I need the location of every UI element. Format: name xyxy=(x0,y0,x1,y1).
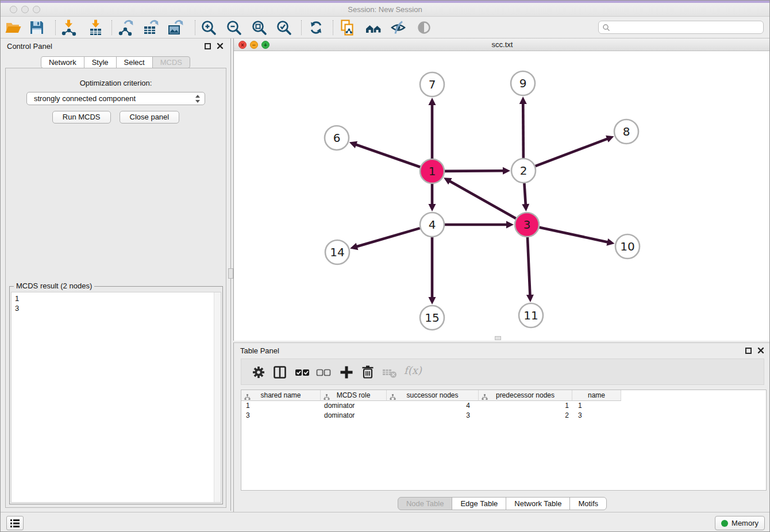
column-header-MCDS-role[interactable]: MCDS role xyxy=(321,390,387,401)
graph-edge-4-14[interactable] xyxy=(350,228,420,250)
tab-mcds[interactable]: MCDS xyxy=(152,56,190,68)
graph-edge-1-6[interactable] xyxy=(349,141,421,167)
select-all-icon[interactable] xyxy=(294,364,311,381)
close-window-button[interactable] xyxy=(10,6,17,13)
deselect-all-icon[interactable] xyxy=(315,364,332,381)
network-minimize-button[interactable]: − xyxy=(250,41,258,49)
import-table-icon[interactable] xyxy=(87,19,104,36)
table-cell[interactable]: 3 xyxy=(241,411,321,421)
titlebar: Session: New Session xyxy=(1,3,769,17)
float-panel-icon[interactable] xyxy=(205,43,211,49)
table-cell[interactable]: 4 xyxy=(387,401,479,411)
table-row[interactable]: 1dominator411 xyxy=(241,401,766,411)
table-row[interactable]: 3dominator323 xyxy=(241,411,766,421)
horizontal-splitter-handle[interactable] xyxy=(495,336,501,340)
table-cell[interactable]: dominator xyxy=(321,411,387,421)
export-image-icon[interactable] xyxy=(167,19,184,36)
criterion-dropdown[interactable]: strongly connected component xyxy=(26,92,205,105)
svg-text:1: 1 xyxy=(429,164,436,178)
search-box[interactable] xyxy=(598,21,764,34)
graph-node-7[interactable]: 7 xyxy=(420,72,444,97)
column-header-name[interactable]: name xyxy=(572,390,621,401)
task-history-button[interactable] xyxy=(6,516,24,530)
tab-style[interactable]: Style xyxy=(84,56,117,68)
graph-node-6[interactable]: 6 xyxy=(325,126,349,150)
graph-edge-3-1[interactable] xyxy=(444,178,516,218)
tab-node-table[interactable]: Node Table xyxy=(398,497,453,510)
memory-button[interactable]: Memory xyxy=(715,516,765,530)
table-cell[interactable]: 1 xyxy=(479,401,572,411)
zoom-selected-icon[interactable] xyxy=(275,19,292,36)
graph-node-15[interactable]: 15 xyxy=(420,306,444,330)
refresh-icon[interactable] xyxy=(307,19,325,36)
graph-edge-2-9[interactable] xyxy=(519,97,527,158)
status-bar: Memory xyxy=(1,512,769,532)
run-mcds-button[interactable]: Run MCDS xyxy=(52,111,111,124)
table-cell[interactable]: 2 xyxy=(479,411,572,421)
tab-network-table[interactable]: Network Table xyxy=(506,497,570,510)
import-network-icon[interactable] xyxy=(60,19,77,36)
delete-entry-icon[interactable] xyxy=(359,364,376,381)
table-cell[interactable]: 3 xyxy=(387,411,479,421)
graph-node-10[interactable]: 10 xyxy=(615,234,640,259)
graph-node-14[interactable]: 14 xyxy=(325,240,349,264)
zoom-in-icon[interactable] xyxy=(200,19,217,36)
zoom-fit-icon[interactable] xyxy=(251,19,268,36)
save-session-icon[interactable] xyxy=(28,19,45,36)
export-network-icon[interactable] xyxy=(117,19,134,36)
optimization-criterion-label: Optimization criterion: xyxy=(6,79,226,87)
hide-selected-icon[interactable] xyxy=(390,19,407,36)
graph-node-1[interactable]: 1 xyxy=(420,159,444,183)
add-entry-icon[interactable] xyxy=(338,364,355,381)
network-canvas[interactable]: 7968124314101511 xyxy=(234,51,770,341)
close-panel-icon[interactable] xyxy=(757,347,764,354)
network-window-titlebar[interactable]: × − + scc.txt xyxy=(234,38,770,51)
graph-edge-1-7[interactable] xyxy=(429,98,436,159)
tab-motifs[interactable]: Motifs xyxy=(569,497,607,510)
tab-select[interactable]: Select xyxy=(116,56,153,68)
graph-edge-3-10[interactable] xyxy=(539,228,614,246)
export-table-icon[interactable] xyxy=(143,19,160,36)
table-cell[interactable]: 1 xyxy=(572,401,621,411)
graph-edge-2-8[interactable] xyxy=(536,136,614,166)
graph-node-3[interactable]: 3 xyxy=(515,213,539,237)
graph-edge-4-3[interactable] xyxy=(445,221,514,229)
graph-edge-4-15[interactable] xyxy=(429,237,436,304)
zoom-out-icon[interactable] xyxy=(225,19,242,36)
network-maximize-button[interactable]: + xyxy=(261,41,270,49)
graph-node-11[interactable]: 11 xyxy=(519,303,543,327)
graph-edge-1-4[interactable] xyxy=(429,184,436,211)
mcds-result-area[interactable]: 1 3 xyxy=(11,292,221,503)
close-panel-button[interactable]: Close panel xyxy=(120,111,180,124)
new-network-from-selection-icon[interactable] xyxy=(339,19,356,36)
float-panel-icon[interactable] xyxy=(745,348,752,354)
result-scrollbar[interactable] xyxy=(214,292,221,502)
table-cell[interactable]: 1 xyxy=(241,401,321,411)
graph-node-2[interactable]: 2 xyxy=(511,159,536,183)
graph-edge-1-2[interactable] xyxy=(445,167,510,175)
vertical-splitter-handle[interactable] xyxy=(228,268,233,279)
graph-node-8[interactable]: 8 xyxy=(614,119,638,144)
svg-text:3: 3 xyxy=(523,218,531,232)
first-neighbors-icon[interactable] xyxy=(365,19,382,36)
graph-edge-3-11[interactable] xyxy=(526,237,534,302)
graph-node-4[interactable]: 4 xyxy=(420,213,444,237)
zoom-window-button[interactable] xyxy=(33,6,40,13)
tab-network[interactable]: Network xyxy=(41,56,84,68)
split-columns-icon[interactable] xyxy=(271,364,288,381)
svg-text:8: 8 xyxy=(623,125,630,138)
close-panel-icon[interactable] xyxy=(217,43,224,49)
column-header-predecessor-nodes[interactable]: predecessor nodes xyxy=(479,390,572,401)
graph-node-9[interactable]: 9 xyxy=(511,71,535,95)
column-settings-icon[interactable] xyxy=(250,364,267,381)
minimize-window-button[interactable] xyxy=(21,6,29,13)
table-cell[interactable]: 3 xyxy=(572,411,621,421)
network-close-button[interactable]: × xyxy=(238,41,247,49)
column-header-successor-nodes[interactable]: successor nodes xyxy=(387,390,479,401)
column-header-shared-name[interactable]: shared name xyxy=(241,390,321,401)
graph-edge-2-3[interactable] xyxy=(522,183,529,211)
table-cell[interactable]: dominator xyxy=(321,401,387,411)
tab-edge-table[interactable]: Edge Table xyxy=(452,497,506,510)
open-session-icon[interactable] xyxy=(5,19,22,36)
search-input[interactable] xyxy=(610,22,763,33)
